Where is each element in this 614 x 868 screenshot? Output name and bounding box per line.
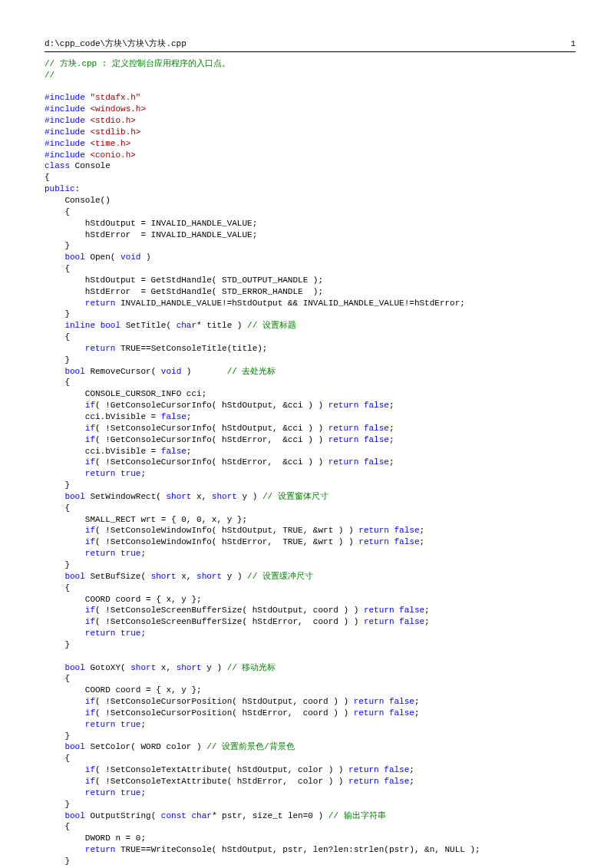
page-header: d:\cpp_code\方块\方块\方块.cpp 1 (45, 38, 576, 52)
code-listing: // 方块.cpp : 定义控制台应用程序的入口点。 // #include "… (45, 58, 576, 867)
page: d:\cpp_code\方块\方块\方块.cpp 1 // 方块.cpp : 定… (0, 0, 614, 868)
file-path: d:\cpp_code\方块\方块\方块.cpp (45, 38, 187, 50)
page-number: 1 (570, 38, 576, 50)
